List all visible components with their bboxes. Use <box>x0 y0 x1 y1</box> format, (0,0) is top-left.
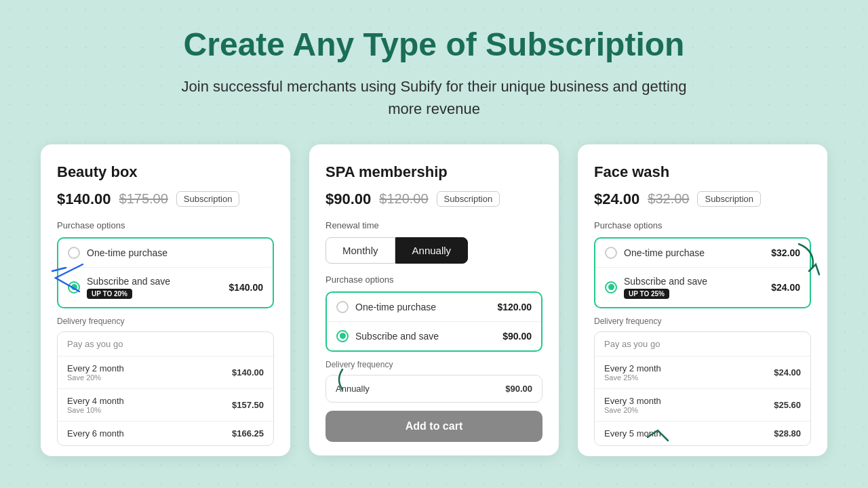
beauty-box-badge: Subscription <box>176 191 240 207</box>
spa-renewal-label: Renewal time <box>326 220 542 230</box>
beauty-box-freq-row-2[interactable]: Every 6 month $166.25 <box>58 422 273 445</box>
deco-left-icon <box>49 261 90 295</box>
face-wash-one-time-label: One-time purchase <box>624 247 764 258</box>
page-title: Create Any Type of Subscription <box>170 27 698 63</box>
spa-annually-price: $90.00 <box>505 384 532 394</box>
face-wash-section-label: Purchase options <box>594 220 811 230</box>
beauty-box-subscribe-label: Subscribe and save <box>87 276 222 287</box>
renewal-toggle: Monthly Annually <box>326 237 542 264</box>
face-wash-subscribe-price: $24.00 <box>771 282 800 293</box>
spa-radio-subscribe <box>336 330 349 342</box>
beauty-box-subscribe-col: Subscribe and save UP TO 20% <box>87 276 222 299</box>
spa-annually-row[interactable]: Annually $90.00 <box>326 375 542 402</box>
toggle-monthly-button[interactable]: Monthly <box>326 237 395 264</box>
face-wash-price-current: $24.00 <box>594 190 639 208</box>
face-wash-save-badge: UP TO 25% <box>624 289 669 299</box>
face-wash-price-original: $32.00 <box>648 191 689 207</box>
spa-title: SPA membership <box>326 163 542 181</box>
beauty-box-option-subscribe[interactable]: Subscribe and save UP TO 20% $140.00 <box>58 268 273 307</box>
beauty-box-freq-header: Pay as you go <box>58 332 273 357</box>
spa-radio-one-time <box>336 301 349 313</box>
deco-right-icon <box>792 241 826 278</box>
spa-option-one-time[interactable]: One-time purchase $120.00 <box>327 293 541 322</box>
spa-membership-card: SPA membership $90.00 $120.00 Subscripti… <box>309 144 559 455</box>
beauty-box-freq-main-0: Every 2 month <box>67 363 124 373</box>
page-header: Create Any Type of Subscription Join suc… <box>170 27 698 120</box>
spa-badge: Subscription <box>437 191 500 207</box>
spa-frequency-box: Annually $90.00 <box>326 375 542 403</box>
toggle-annually-button[interactable]: Annually <box>395 237 469 264</box>
face-wash-delivery-label: Delivery frequency <box>594 317 811 326</box>
beauty-box-frequency-box: Pay as you go Every 2 month Save 20% $14… <box>57 331 274 446</box>
spa-price-original: $120.00 <box>379 191 428 207</box>
beauty-box-price-current: $140.00 <box>57 190 111 208</box>
spa-subscribe-price: $90.00 <box>502 331 532 342</box>
spa-one-time-label: One-time purchase <box>355 302 490 312</box>
beauty-box-freq-main-2: Every 6 month <box>67 428 124 439</box>
face-wash-freq-save-0: Save 25% <box>604 373 661 382</box>
cards-container: Beauty box $140.00 $175.00 Subscription … <box>41 144 827 456</box>
beauty-box-price-row: $140.00 $175.00 Subscription <box>57 190 274 208</box>
spa-purchase-label: Purchase options <box>326 274 542 285</box>
face-wash-freq-row-1[interactable]: Every 3 month Save 20% $25.60 <box>595 389 810 422</box>
beauty-box-freq-row-1[interactable]: Every 4 month Save 10% $157.50 <box>58 389 273 422</box>
beauty-box-title: Beauty box <box>57 163 274 181</box>
beauty-box-delivery-label: Delivery frequency <box>57 317 274 326</box>
beauty-box-freq-row-0[interactable]: Every 2 month Save 20% $140.00 <box>58 357 273 389</box>
beauty-box-freq-label-0: Every 2 month Save 20% <box>67 363 124 382</box>
spa-options: One-time purchase $120.00 Subscribe and … <box>326 291 542 352</box>
beauty-box-price-original: $175.00 <box>119 191 168 207</box>
spa-option-subscribe[interactable]: Subscribe and save $90.00 <box>327 322 541 350</box>
face-wash-freq-label-1: Every 3 month Save 20% <box>604 396 661 414</box>
face-wash-freq-main-0: Every 2 month <box>604 363 661 373</box>
face-wash-option-one-time[interactable]: One-time purchase $32.00 <box>595 239 810 268</box>
beauty-box-freq-save-0: Save 20% <box>67 373 124 382</box>
face-wash-card: Face wash $24.00 $32.00 Subscription Pur… <box>578 144 827 456</box>
face-wash-radio-dot <box>608 284 614 290</box>
face-wash-radio-one-time <box>605 247 617 259</box>
face-wash-title: Face wash <box>594 163 811 181</box>
beauty-box-freq-price-2: $166.25 <box>232 428 264 439</box>
beauty-box-freq-price-0: $140.00 <box>232 367 264 378</box>
face-wash-freq-price-1: $25.60 <box>774 400 801 410</box>
face-wash-freq-save-1: Save 20% <box>604 406 661 414</box>
face-wash-price-row: $24.00 $32.00 Subscription <box>594 190 811 208</box>
spa-subscribe-label: Subscribe and save <box>355 331 496 342</box>
beauty-box-freq-label-2: Every 6 month <box>67 428 124 439</box>
beauty-box-freq-label-1: Every 4 month Save 10% <box>67 396 124 414</box>
deco-mid-right-icon <box>644 427 671 447</box>
spa-add-to-cart-button[interactable]: Add to cart <box>326 411 542 442</box>
spa-delivery-label: Delivery frequency <box>326 360 542 369</box>
beauty-box-option-one-time[interactable]: One-time purchase <box>58 239 273 268</box>
beauty-box-radio-one-time <box>68 247 80 259</box>
beauty-box-freq-price-1: $157.50 <box>232 400 264 410</box>
face-wash-freq-main-1: Every 3 month <box>604 396 661 406</box>
face-wash-freq-price-0: $24.00 <box>774 367 801 378</box>
face-wash-option-subscribe[interactable]: Subscribe and save UP TO 25% $24.00 <box>595 268 810 307</box>
page-wrapper: Create Any Type of Subscription Join suc… <box>0 0 868 476</box>
beauty-box-subscribe-price: $140.00 <box>229 282 263 293</box>
beauty-box-one-time-label: One-time purchase <box>87 247 263 258</box>
face-wash-radio-subscribe <box>605 281 617 293</box>
beauty-box-freq-main-1: Every 4 month <box>67 396 124 406</box>
beauty-box-freq-save-1: Save 10% <box>67 406 124 414</box>
face-wash-subscribe-col: Subscribe and save UP TO 25% <box>624 276 764 299</box>
face-wash-freq-label-0: Every 2 month Save 25% <box>604 363 661 382</box>
face-wash-subscribe-label: Subscribe and save <box>624 276 764 287</box>
spa-price-current: $90.00 <box>326 190 371 208</box>
face-wash-badge: Subscription <box>697 191 761 207</box>
face-wash-freq-row-0[interactable]: Every 2 month Save 25% $24.00 <box>595 357 810 389</box>
face-wash-options: One-time purchase $32.00 Subscribe and s… <box>594 237 811 308</box>
spa-price-row: $90.00 $120.00 Subscription <box>326 190 542 208</box>
beauty-box-card: Beauty box $140.00 $175.00 Subscription … <box>41 144 290 456</box>
beauty-box-section-label: Purchase options <box>57 220 274 230</box>
face-wash-frequency-box: Pay as you go Every 2 month Save 25% $24… <box>594 331 811 446</box>
spa-radio-dot <box>340 333 346 339</box>
deco-mid-left-icon <box>332 366 353 393</box>
face-wash-freq-row-2[interactable]: Every 5 month $28.80 <box>595 422 810 445</box>
spa-one-time-price: $120.00 <box>497 302 532 312</box>
face-wash-freq-header: Pay as you go <box>595 332 810 357</box>
beauty-box-options: One-time purchase Subscribe and save UP … <box>57 237 274 308</box>
page-subtitle: Join successful merchants using Subify f… <box>170 75 698 120</box>
beauty-box-save-badge: UP TO 20% <box>87 289 132 299</box>
